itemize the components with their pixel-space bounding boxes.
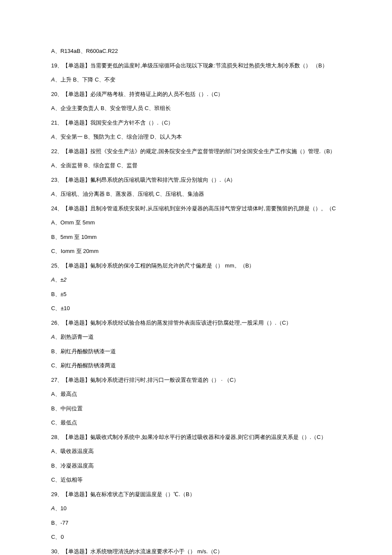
text-line: 24、【单选题】且制冷管道系统安装时,从压缩机到室外冷凝器的高压排气管穿过墙体时…	[51, 204, 341, 213]
text-line: B、-77	[51, 519, 341, 527]
text-line: A、Omm 至 5mm	[51, 218, 341, 227]
text-rest: 、压缩机、油分离器 B、蒸发器、压缩机 C、压缩机、集油器	[55, 191, 204, 197]
text-line: C、Iomm 至 20mm	[51, 247, 341, 256]
text-rest: 、10	[55, 505, 66, 511]
text-rest: 、上升 B、下降 C、不变	[55, 76, 115, 83]
text-line: C、最低点	[51, 418, 341, 427]
italic-prefix: A	[51, 134, 55, 140]
italic-prefix: A	[51, 191, 55, 197]
text-line: 22、【单选题】按照《安全生产法》的规定,国务院安全生产监督管理的部门对全国安全…	[51, 147, 341, 156]
text-line: 25、【单选题】氨制冷系统的保冷工程的隔热层允许的尺寸偏差是（） mm。（B）	[51, 262, 341, 270]
italic-prefix: A	[51, 76, 55, 83]
text-line: A、R134aB、R600aC.R22	[51, 47, 341, 55]
document-page: A、R134aB、R600aC.R2219、【单选题】当需要更低的温度时,单级压…	[0, 0, 392, 555]
text-line: B、中间位置	[51, 404, 341, 413]
text-line: 19、【单选题】当需要更低的温度时,单级压缩循环会出现以下现象:节流损失和过热损…	[51, 61, 341, 70]
text-line: 30、【单选题】水系统物理清洗的水流速度要求不小于（） m/s.（C）	[51, 547, 341, 555]
document-content: A、R134aB、R600aC.R2219、【单选题】当需要更低的温度时,单级压…	[51, 47, 341, 555]
text-line: 28、【单选题】氨吸收式制冷系统中,如果冷却水平行的通过吸收器和冷凝器,则它们两…	[51, 433, 341, 442]
text-line: B、刷红丹酚酸防锈漆一道	[51, 347, 341, 356]
text-line: A、±2	[51, 276, 341, 284]
italic-prefix: A	[51, 505, 55, 511]
text-line: A、吸收器温度高	[51, 447, 341, 456]
italic-prefix: A、±2	[51, 276, 66, 283]
text-line: C、0	[51, 533, 341, 541]
text-line: A、企业主要负责人 B、安全管理人员 C、班组长	[51, 104, 341, 113]
italic-prefix: A	[51, 334, 55, 340]
text-line: B、±5	[51, 290, 341, 299]
text-line: A、全面监替 B、综合监督 C、监督	[51, 161, 341, 170]
text-line: C、刷红丹酚醒防锈漆两道	[51, 361, 341, 370]
text-line: A、上升 B、下降 C、不变	[51, 76, 341, 84]
text-line: B、冷凝器温度高	[51, 462, 341, 470]
text-line: 20、【单选题】必须严格考核、持资格证上岗的人员不包括（）.（C）	[51, 90, 341, 99]
text-line: 27、【单选题】氨制冷系统进行排污时,排污口一般设置在管道的（） · （C）	[51, 376, 341, 384]
text-line: C、近似相等	[51, 476, 341, 484]
text-line: B、5mm 至 10mm	[51, 233, 341, 241]
text-line: A、安全第一 B、预防为主 C、综合治理 D、以人为本	[51, 133, 341, 141]
text-rest: 、安全第一 B、预防为主 C、综合治理 D、以人为本	[55, 134, 182, 140]
text-line: 21、【单选题】我国安全生产方针不含（）.（C）	[51, 119, 341, 127]
text-line: 29、【单选题】氨在标准状态下的凝固温度是（）℃.（B）	[51, 490, 341, 499]
text-line: C、±10	[51, 304, 341, 313]
text-line: A、10	[51, 504, 341, 513]
text-line: A、剧热沥青一道	[51, 333, 341, 341]
text-line: 23、【单选题】氟利昂系统的压缩机吸汽管和排汽管,应分别坡向（）.（A）	[51, 176, 341, 184]
text-line: 26、【单选题】氨制冷系统经试验合格后的蒸发排管外表面应该进行防腐处理,一股采用…	[51, 319, 341, 327]
text-rest: 、剧热沥青一道	[55, 334, 94, 340]
text-line: A、最高点	[51, 390, 341, 398]
text-line: A、压缩机、油分离器 B、蒸发器、压缩机 C、压缩机、集油器	[51, 190, 341, 198]
